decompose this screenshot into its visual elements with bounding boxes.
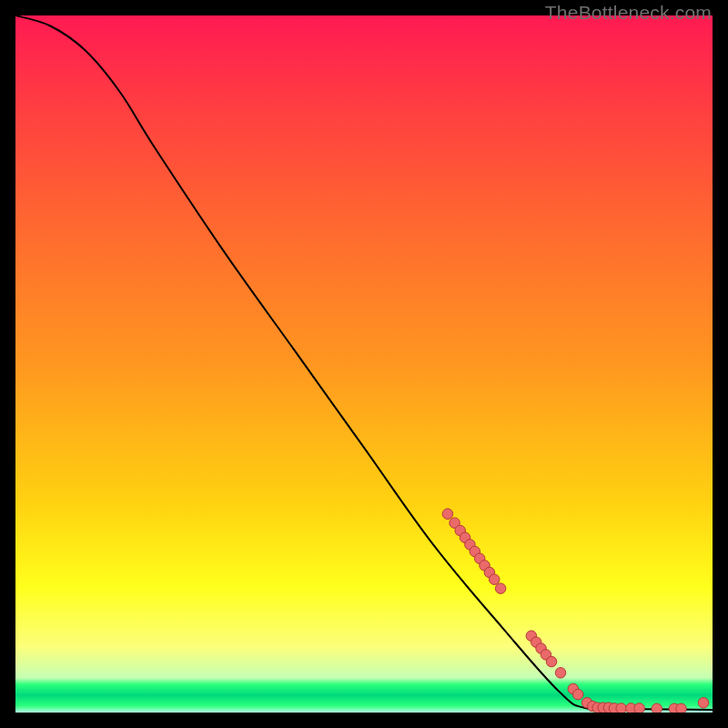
watermark-text: TheBottleneck.com (545, 2, 712, 24)
chart-marker (572, 689, 582, 699)
chart-marker (652, 703, 662, 713)
chart-marker (495, 583, 505, 593)
chart-frame (15, 15, 713, 713)
chart-marker (698, 698, 708, 708)
chart-marker (555, 668, 565, 678)
chart-marker (634, 703, 644, 713)
chart-marker (676, 703, 686, 713)
chart-marker (489, 574, 499, 584)
chart-marker (442, 509, 452, 519)
chart-markers (442, 509, 709, 713)
chart-marker (546, 656, 556, 666)
chart-marker (616, 703, 626, 713)
chart-overlay (15, 15, 713, 713)
chart-curve (15, 15, 713, 710)
